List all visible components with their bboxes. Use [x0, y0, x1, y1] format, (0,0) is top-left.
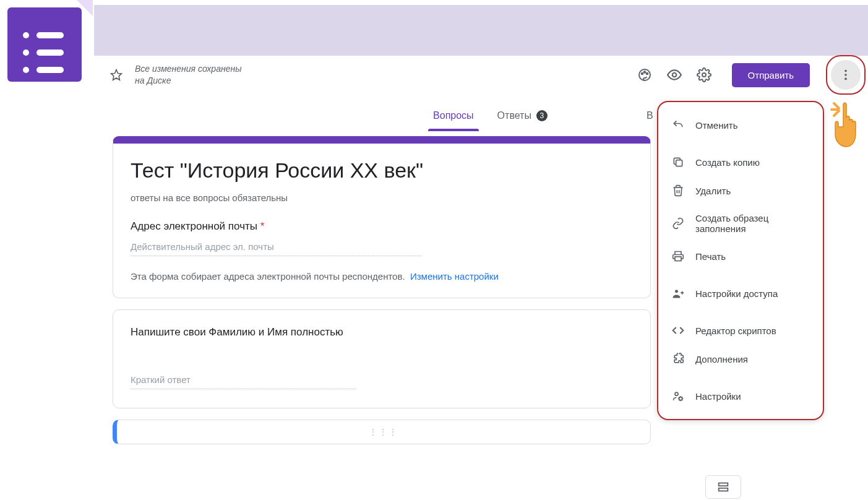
forms-app-logo: [7, 7, 82, 82]
more-menu-dropdown: Отменить Создать копию Удалить Создать о…: [657, 101, 824, 420]
email-field-label: Адрес электронной почты *: [131, 220, 633, 233]
truncated-label: В: [647, 110, 653, 121]
svg-point-8: [844, 74, 847, 76]
star-icon[interactable]: [110, 69, 122, 81]
menu-settings[interactable]: Настройки: [658, 382, 823, 410]
svg-point-6: [702, 73, 706, 77]
code-icon: [672, 324, 684, 337]
menu-delete[interactable]: Удалить: [658, 176, 823, 205]
form-description[interactable]: ответы на все вопросы обязательны: [131, 192, 633, 203]
svg-rect-10: [676, 160, 682, 166]
undo-icon: [672, 119, 684, 131]
menu-print[interactable]: Печать: [658, 242, 823, 270]
menu-prefill[interactable]: Создать образец заполнения: [658, 205, 823, 242]
svg-point-12: [675, 290, 678, 293]
active-question-card[interactable]: ⋮⋮⋮: [113, 420, 651, 444]
question-card-1[interactable]: Напишите свои Фамилию и Имя полностью Кр…: [113, 309, 651, 408]
form-body: Тест "История России XX век" ответы на в…: [113, 136, 651, 455]
form-title[interactable]: Тест "История России XX век": [131, 158, 633, 183]
send-button[interactable]: Отправить: [732, 63, 810, 87]
menu-undo[interactable]: Отменить: [658, 111, 823, 139]
menu-script-editor[interactable]: Редактор скриптов: [658, 316, 823, 345]
settings-gear-icon[interactable]: [696, 67, 712, 83]
menu-addons[interactable]: Дополнения: [658, 345, 823, 373]
theme-banner: [94, 5, 868, 56]
tab-answers[interactable]: Ответы 3: [495, 101, 550, 130]
svg-marker-0: [111, 70, 122, 80]
svg-point-4: [646, 73, 648, 75]
svg-point-3: [643, 71, 645, 73]
svg-point-9: [844, 78, 847, 80]
palette-icon[interactable]: [637, 67, 653, 83]
svg-point-7: [844, 70, 847, 72]
svg-point-2: [641, 73, 643, 75]
floating-toolbar-icon[interactable]: [705, 475, 741, 499]
svg-rect-15: [719, 483, 728, 486]
people-add-icon: [672, 287, 684, 300]
preview-icon[interactable]: [666, 67, 682, 83]
menu-make-copy[interactable]: Создать копию: [658, 148, 823, 176]
person-gear-icon: [672, 390, 684, 402]
short-answer-input[interactable]: Краткий ответ: [131, 374, 356, 389]
print-icon: [672, 250, 684, 262]
link-icon: [672, 217, 684, 230]
answers-count-badge: 3: [536, 110, 548, 121]
svg-rect-16: [719, 488, 728, 491]
form-header-card[interactable]: Тест "История России XX век" ответы на в…: [113, 136, 651, 298]
svg-point-5: [672, 73, 676, 77]
header-toolbar: Все изменения сохранены на Диске Отправи…: [94, 56, 868, 94]
question-text[interactable]: Напишите свои Фамилию и Имя полностью: [131, 326, 633, 338]
copy-icon: [672, 156, 684, 168]
menu-collaborators[interactable]: Настройки доступа: [658, 279, 823, 308]
more-menu-button[interactable]: [831, 60, 861, 90]
save-status: Все изменения сохранены на Диске: [135, 63, 241, 87]
drag-handle-icon[interactable]: ⋮⋮⋮: [369, 427, 398, 437]
svg-rect-11: [675, 257, 681, 261]
svg-point-13: [675, 392, 678, 395]
trash-icon: [672, 184, 684, 197]
change-settings-link[interactable]: Изменить настройки: [410, 271, 499, 282]
email-input[interactable]: Действительный адрес эл. почты: [131, 241, 422, 256]
tab-questions[interactable]: Вопросы: [431, 101, 476, 130]
collect-emails-note: Эта форма собирает адреса электронной по…: [131, 271, 633, 282]
puzzle-icon: [672, 353, 684, 365]
